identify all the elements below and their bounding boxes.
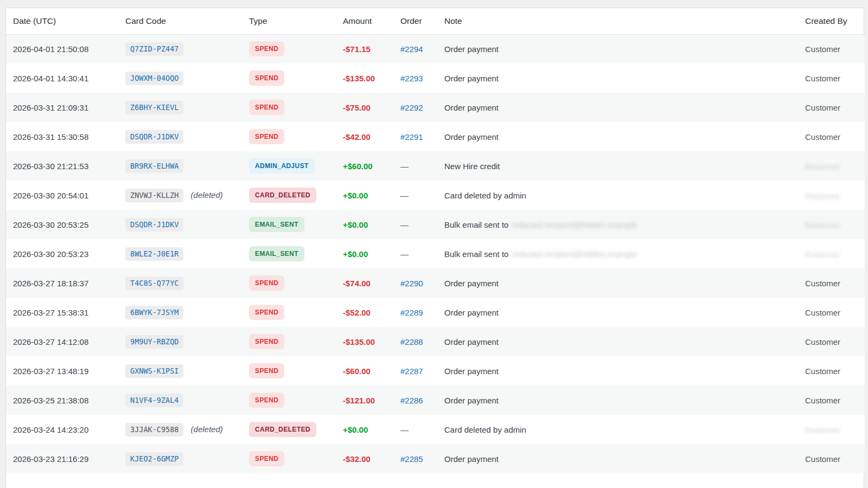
card-code-chip[interactable]: JOWXM-04OQO — [125, 72, 183, 85]
type-cell: SPEND — [242, 122, 336, 151]
created-by-text: Customer — [805, 74, 840, 83]
column-header-card-code: Card Code — [118, 8, 242, 34]
amount-text: +$0.00 — [343, 249, 368, 259]
note-text: Order payment — [444, 103, 499, 112]
type-badge: SPEND — [249, 70, 284, 86]
card-code-chip[interactable]: 8WLE2-J0E1R — [125, 247, 183, 261]
order-cell: #2294 — [393, 34, 437, 63]
card-code-text: T4C8S-Q77YC — [130, 279, 178, 287]
card-code-chip[interactable]: T4C8S-Q77YC — [125, 277, 183, 290]
type-cell: EMAIL_SENT — [242, 239, 336, 268]
card-code-cell: DSQDR-J1DKV — [118, 122, 242, 151]
table-row: 2026-03-27 15:38:31 6BWYK-7JSYM SPEND -$… — [6, 298, 865, 327]
note-cell: Order payment — [437, 298, 798, 327]
table-row: 2026-04-01 21:50:08 Q7ZID-PZ447 SPEND -$… — [6, 34, 865, 63]
type-badge: SPEND — [249, 305, 284, 320]
card-code-cell: 8WLE2-J0E1R — [118, 239, 242, 268]
date-cell: 2026-03-30 20:53:23 — [6, 239, 118, 268]
card-code-chip[interactable]: N1VF4-9ZAL4 — [125, 394, 183, 407]
date-text: 2026-03-23 21:16:29 — [13, 454, 88, 464]
order-link[interactable]: #2286 — [400, 396, 423, 405]
redacted-name-blur: Redacted — [805, 426, 840, 434]
card-code-cell: 6BWYK-7JSYM — [118, 298, 242, 327]
table-row: 2026-03-27 13:48:19 GXNWS-K1PSI SPEND -$… — [6, 356, 865, 386]
type-cell: EMAIL_SENT — [242, 210, 336, 239]
card-code-chip[interactable]: DSQDR-J1DKV — [125, 218, 183, 232]
amount-text: -$60.00 — [343, 367, 371, 376]
card-code-text: GXNWS-K1PSI — [130, 367, 178, 375]
date-cell: 2026-04-01 21:50:08 — [6, 34, 118, 63]
card-code-chip: 3JJAK-C9588 — [125, 423, 183, 436]
order-link[interactable]: #2289 — [400, 308, 423, 317]
card-code-text: BR9RX-ELHWA — [130, 162, 178, 170]
created-by-cell: Redacted — [798, 151, 865, 181]
order-link[interactable]: #2290 — [400, 279, 423, 288]
card-code-cell: ZNVWJ-KLLZH (deleted) — [118, 181, 242, 210]
order-link[interactable]: #2285 — [400, 454, 423, 464]
type-cell: SPEND — [242, 386, 336, 415]
transactions-card: Date (UTC) Card Code Type Amount Order N… — [5, 8, 864, 488]
type-badge: SPEND — [249, 100, 284, 115]
redacted-name-blur: Redacted — [805, 163, 840, 171]
order-cell: #2292 — [393, 93, 437, 122]
amount-cell: +$0.00 — [336, 415, 393, 444]
card-code-chip[interactable]: KJEO2-6GMZP — [125, 452, 183, 466]
type-badge: CARD_DELETED — [249, 422, 316, 437]
note-text: Order payment — [444, 308, 499, 317]
type-badge: SPEND — [249, 129, 284, 144]
card-code-chip[interactable]: Z6BHY-KIEVL — [125, 101, 183, 114]
card-code-text: Q7ZID-PZ447 — [130, 44, 178, 53]
note-text: Card deleted by admin — [444, 425, 526, 434]
order-link[interactable]: #2292 — [400, 103, 423, 112]
amount-text: +$60.00 — [343, 162, 373, 171]
date-cell: 2026-03-31 21:09:31 — [6, 93, 118, 122]
card-code-chip[interactable]: DSQDR-J1DKV — [125, 130, 183, 144]
created-by-cell: Customer — [798, 356, 865, 386]
order-link[interactable]: #2287 — [400, 367, 423, 376]
type-badge: SPEND — [249, 41, 284, 56]
card-code-chip[interactable]: Q7ZID-PZ447 — [125, 42, 183, 56]
card-code-text: 9M9UY-RBZQD — [130, 337, 178, 346]
amount-cell: -$135.00 — [336, 63, 393, 93]
card-code-chip[interactable]: GXNWS-K1PSI — [125, 364, 183, 378]
card-code-chip[interactable]: BR9RX-ELHWA — [125, 159, 183, 173]
note-cell: Order payment — [437, 93, 798, 122]
table-row: 2026-03-30 20:53:23 8WLE2-J0E1R EMAIL_SE… — [6, 239, 865, 268]
table-row: 2026-03-31 21:09:31 Z6BHY-KIEVL SPEND -$… — [6, 93, 865, 122]
column-header-type: Type — [242, 8, 336, 34]
created-by-cell: Redacted — [798, 415, 865, 444]
note-cell: Order payment — [437, 34, 798, 63]
order-link[interactable]: #2293 — [400, 74, 423, 83]
redacted-email-blur: redacted.recipient@hidden.example — [511, 250, 636, 259]
amount-text: -$121.00 — [343, 396, 375, 405]
card-code-text: Z6BHY-KIEVL — [130, 103, 178, 112]
card-code-cell: BR9RX-ELHWA — [118, 151, 242, 181]
created-by-cell: Redacted — [798, 210, 865, 239]
order-cell: #2289 — [393, 298, 437, 327]
note-text: Bulk email sent to — [444, 249, 508, 259]
card-code-chip[interactable]: 9M9UY-RBZQD — [125, 335, 183, 349]
card-code-text: 8WLE2-J0E1R — [130, 249, 178, 258]
order-cell: #2287 — [393, 356, 437, 386]
card-code-chip[interactable]: 6BWYK-7JSYM — [125, 306, 183, 319]
type-badge: SPEND — [249, 451, 284, 466]
amount-text: -$135.00 — [343, 337, 375, 346]
order-cell: #2286 — [393, 386, 437, 415]
type-badge: ADMIN_ADJUST — [249, 158, 315, 174]
card-code-text: 3JJAK-C9588 — [130, 425, 178, 434]
column-header-date: Date (UTC) — [6, 8, 118, 34]
transactions-table: Date (UTC) Card Code Type Amount Order N… — [6, 8, 865, 473]
order-link[interactable]: #2294 — [400, 44, 423, 54]
type-cell: SPEND — [242, 93, 336, 122]
note-cell: Order payment — [437, 63, 798, 93]
order-link[interactable]: #2288 — [400, 337, 423, 346]
card-code-cell: Q7ZID-PZ447 — [118, 34, 242, 63]
date-cell: 2026-03-25 21:38:08 — [6, 386, 118, 415]
note-text: Order payment — [444, 454, 499, 464]
order-link[interactable]: #2291 — [400, 132, 423, 142]
created-by-text: Customer — [805, 103, 840, 112]
order-cell: #2285 — [393, 444, 437, 473]
created-by-cell: Customer — [798, 386, 865, 415]
date-cell: 2026-03-31 15:30:58 — [6, 122, 118, 151]
amount-text: +$0.00 — [343, 425, 368, 434]
